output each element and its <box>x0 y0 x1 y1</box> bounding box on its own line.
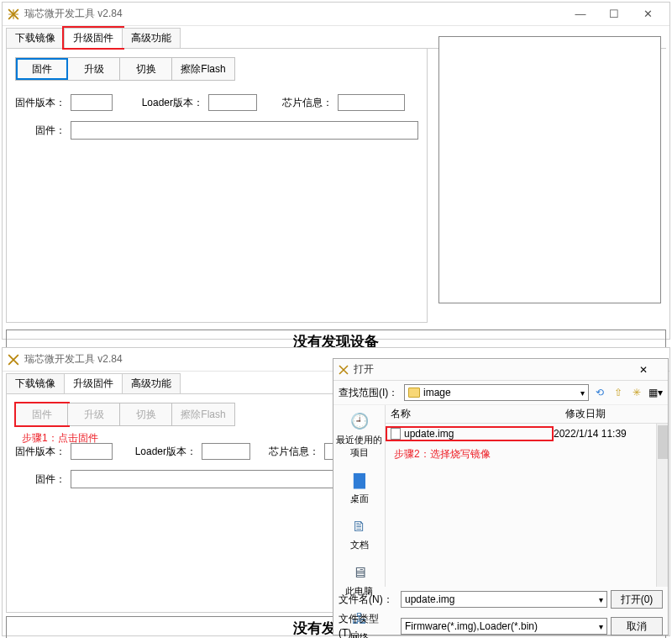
erase-flash-button[interactable]: 擦除Flash <box>172 58 234 80</box>
window-title-1: 瑞芯微开发工具 v2.84 <box>24 7 564 21</box>
open-dialog-close-button[interactable]: ✕ <box>639 364 663 376</box>
tab-download-image[interactable]: 下载镜像 <box>6 28 65 48</box>
filename-label: 文件名(N)： <box>339 593 397 607</box>
action-button-bar-1: 固件 升级 切换 擦除Flash <box>15 57 235 81</box>
tab-advanced-2[interactable]: 高级功能 <box>122 373 181 393</box>
action-button-bar-2: 固件 升级 切换 擦除Flash <box>15 403 235 426</box>
tab-upgrade-firmware[interactable]: 升级固件 <box>64 28 123 48</box>
chip-info-field <box>338 94 405 111</box>
loader-version-label-2: Loader版本： <box>131 445 197 459</box>
place-documents[interactable]: 🗎 文档 <box>333 512 385 558</box>
upgrade-button-2[interactable]: 升级 <box>68 403 120 425</box>
open-dialog-title: 打开 <box>354 362 639 377</box>
filetype-label: 文件类型(T)： <box>339 612 397 638</box>
look-in-value: image <box>423 387 451 398</box>
view-menu-icon[interactable]: ▦▾ <box>648 385 663 400</box>
file-date: 2022/1/14 11:39 <box>552 428 666 440</box>
chip-info-label: 芯片信息： <box>282 96 333 110</box>
maximize-button[interactable]: ☐ <box>597 4 631 24</box>
place-recent[interactable]: 🕘 最近使用的项目 <box>333 407 385 466</box>
switch-button-2[interactable]: 切换 <box>120 403 172 425</box>
cancel-button[interactable]: 取消 <box>611 617 663 635</box>
fw-version-label: 固件版本： <box>15 96 66 110</box>
places-bar: 🕘 最近使用的项目 ▇ 桌面 🗎 文档 🖥 此电脑 🖧 网络 <box>333 405 386 587</box>
fw-version-field <box>71 94 113 111</box>
look-in-select[interactable]: image ▾ <box>404 384 589 401</box>
app-icon <box>8 8 19 20</box>
file-name: update.img <box>404 428 454 440</box>
erase-flash-button-2[interactable]: 擦除Flash <box>172 403 234 425</box>
file-list-header: 名称 修改日期 <box>386 405 668 424</box>
open-dialog: 打开 ✕ 查找范围(I)： image ▾ ⟲ ⇧ ✳ ▦▾ 🕘 最近使用的项目… <box>333 358 669 635</box>
fw-version-field-2 <box>71 443 113 460</box>
step2-annotation: 步骤2：选择烧写镜像 <box>394 447 491 461</box>
firmware-path-label-2: 固件： <box>15 472 66 487</box>
loader-version-field-2 <box>202 443 250 460</box>
upgrade-button[interactable]: 升级 <box>68 58 120 80</box>
recent-icon: 🕘 <box>349 410 370 432</box>
minimize-button[interactable]: — <box>564 4 597 24</box>
switch-button[interactable]: 切换 <box>120 58 172 80</box>
open-dialog-titlebar: 打开 ✕ <box>333 359 668 381</box>
chevron-down-icon: ▾ <box>599 622 603 631</box>
new-folder-icon[interactable]: ✳ <box>629 385 644 400</box>
chevron-down-icon: ▾ <box>580 388 585 398</box>
filename-field[interactable]: update.img ▾ <box>401 591 607 608</box>
folder-icon <box>408 388 420 398</box>
chevron-down-icon: ▾ <box>599 595 603 604</box>
file-row[interactable]: update.img 2022/1/14 11:39 <box>387 425 666 442</box>
col-mdate[interactable]: 修改日期 <box>562 407 668 421</box>
chip-info-label-2: 芯片信息： <box>269 445 319 459</box>
log-panel <box>438 36 661 303</box>
open-dialog-body: 🕘 最近使用的项目 ▇ 桌面 🗎 文档 🖥 此电脑 🖧 网络 名称 <box>333 405 668 587</box>
open-dialog-bottom: 文件名(N)： update.img ▾ 打开(0) 文件类型(T)： Firm… <box>333 587 668 638</box>
computer-icon: 🖥 <box>349 562 370 583</box>
back-icon[interactable]: ⟲ <box>592 385 607 400</box>
loader-version-label: Loader版本： <box>138 96 203 110</box>
look-in-label: 查找范围(I)： <box>339 386 401 400</box>
place-desktop[interactable]: ▇ 桌面 <box>333 466 385 512</box>
scrollbar[interactable] <box>656 424 668 587</box>
app-icon <box>339 365 349 375</box>
tab-advanced[interactable]: 高级功能 <box>122 28 181 48</box>
desktop-icon: ▇ <box>349 469 370 491</box>
look-in-row: 查找范围(I)： image ▾ ⟲ ⇧ ✳ ▦▾ <box>333 381 668 405</box>
firmware-path-field[interactable] <box>71 121 418 140</box>
tab-upgrade-firmware-2[interactable]: 升级固件 <box>64 373 123 393</box>
filename-value: update.img <box>405 593 454 605</box>
col-name[interactable]: 名称 <box>386 407 562 421</box>
firmware-path-row-1: 固件： <box>15 121 418 140</box>
app-icon <box>8 354 19 366</box>
file-icon <box>391 428 401 440</box>
titlebar-1: 瑞芯微开发工具 v2.84 — ☐ ✕ <box>3 3 669 26</box>
firmware-button[interactable]: 固件 <box>16 58 68 80</box>
loader-version-field <box>208 94 257 111</box>
documents-icon: 🗎 <box>349 515 370 537</box>
close-button[interactable]: ✕ <box>631 4 664 24</box>
version-row-1: 固件版本： Loader版本： 芯片信息： <box>15 94 418 111</box>
file-list: 名称 修改日期 update.img 2022/1/14 11:39 步骤2：选… <box>386 405 668 587</box>
file-list-body[interactable]: update.img 2022/1/14 11:39 步骤2：选择烧写镜像 <box>386 424 668 587</box>
tab-download-image-2[interactable]: 下载镜像 <box>6 373 65 393</box>
filetype-select[interactable]: Firmware(*.img),Loader(*.bin) ▾ <box>401 618 607 635</box>
fw-version-label-2: 固件版本： <box>15 445 66 459</box>
step1-annotation: 步骤1：点击固件 <box>22 431 98 446</box>
filetype-value: Firmware(*.img),Loader(*.bin) <box>405 620 538 632</box>
open-button[interactable]: 打开(0) <box>611 590 663 609</box>
tab-panel-1: 固件 升级 切换 擦除Flash 固件版本： Loader版本： 芯片信息： 固… <box>6 49 428 323</box>
up-folder-icon[interactable]: ⇧ <box>611 385 626 400</box>
firmware-button-2[interactable]: 固件 <box>16 403 68 425</box>
main-window-1: 瑞芯微开发工具 v2.84 — ☐ ✕ 下载镜像 升级固件 高级功能 固件 升级… <box>2 2 670 340</box>
scroll-thumb[interactable] <box>658 425 668 459</box>
firmware-path-label: 固件： <box>15 124 66 138</box>
